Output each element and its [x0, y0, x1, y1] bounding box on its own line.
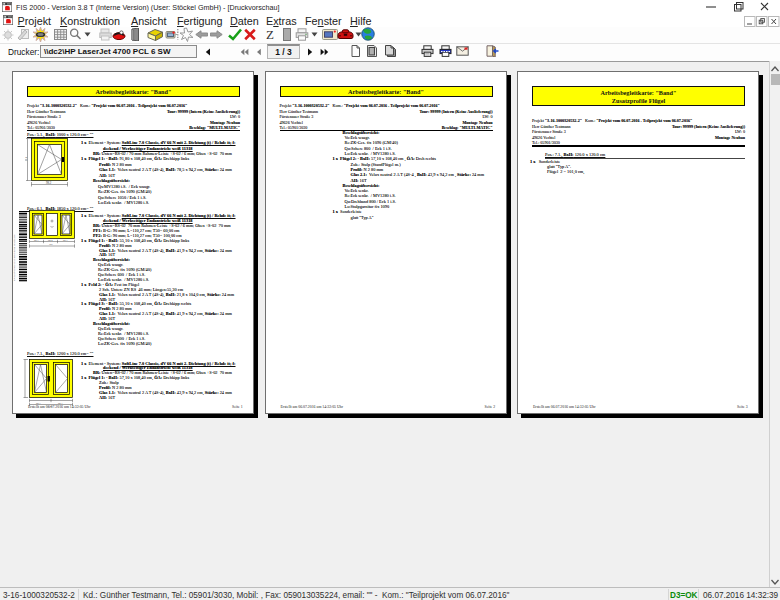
svg-text:60.2: 60.2: [48, 239, 53, 242]
svg-text:55.1: 55.1: [63, 239, 68, 242]
svg-text:98.2: 98.2: [46, 181, 52, 185]
svg-text:55.1: 55.1: [34, 239, 39, 242]
svg-text:115: 115: [25, 157, 28, 162]
